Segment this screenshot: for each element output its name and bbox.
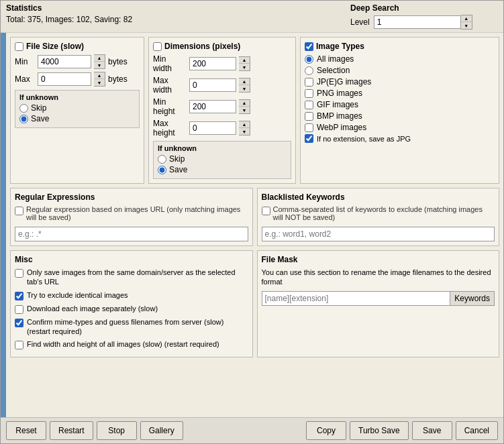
regex-panel: Regular Expressions Regular expression b… (10, 188, 253, 246)
blacklist-checkbox[interactable] (262, 207, 270, 215)
webp-checkbox[interactable] (305, 123, 313, 132)
filemask-input[interactable] (262, 291, 451, 306)
dim-max-width-spinner: ▲ ▼ (239, 78, 250, 93)
copy-button[interactable]: Copy (306, 421, 346, 440)
blacklist-input[interactable] (262, 227, 495, 241)
keywords-button[interactable]: Keywords (450, 291, 495, 306)
deep-search-title: Deep Search (350, 3, 399, 13)
dim-max-height-label: Max height (153, 119, 187, 137)
all-images-label: All images (317, 54, 354, 64)
dim-min-width-label: Min width (153, 54, 187, 73)
gallery-button[interactable]: Gallery (140, 421, 183, 440)
all-images-row: All images (305, 54, 495, 64)
misc-option1-label: Only save images from the same domain/se… (27, 268, 248, 287)
deep-search-input[interactable] (374, 15, 461, 29)
misc-option3-row: Download each image separately (slow) (15, 304, 248, 314)
file-size-min-input[interactable] (38, 55, 91, 68)
misc-option3-checkbox[interactable] (15, 305, 23, 314)
blacklist-panel: Blacklisted Keywords Comma-separated lis… (257, 188, 500, 246)
dim-min-width-down[interactable]: ▼ (239, 64, 250, 70)
bmp-checkbox[interactable] (305, 112, 313, 121)
gif-checkbox[interactable] (305, 101, 313, 109)
gif-label: GIF images (317, 100, 358, 109)
dim-max-width-row: Max width ▲ ▼ (153, 76, 291, 95)
deep-search-input-group: ▲ ▼ (374, 15, 472, 30)
png-checkbox[interactable] (305, 89, 313, 98)
regex-input[interactable] (15, 227, 248, 241)
no-extension-checkbox[interactable] (305, 134, 313, 143)
regex-checkbox[interactable] (15, 207, 23, 215)
bottom-toolbar: Reset Restart Stop Gallery Copy Turbo Sa… (1, 417, 503, 443)
dimensions-checkbox[interactable] (153, 42, 162, 51)
misc-option5-checkbox[interactable] (15, 341, 23, 349)
file-size-min-up[interactable]: ▲ (94, 55, 105, 62)
main-container: Statistics Total: 375, Images: 102, Savi… (0, 0, 504, 444)
dim-min-width-up[interactable]: ▲ (239, 57, 250, 64)
misc-option1-checkbox[interactable] (15, 269, 23, 278)
middle-content: File Size (slow) Min ▲ ▼ bytes Max (1, 33, 503, 417)
statistics-title: Statistics (6, 3, 350, 13)
file-size-min-down[interactable]: ▼ (94, 62, 105, 68)
dim-max-height-up[interactable]: ▲ (239, 121, 250, 128)
misc-panel: Misc Only save images from the same doma… (10, 250, 253, 357)
dimensions-title: Dimensions (pixels) (153, 42, 291, 51)
jpeg-label: JP(E)G images (317, 77, 371, 87)
dim-max-height-down[interactable]: ▼ (239, 128, 250, 135)
file-size-max-down[interactable]: ▼ (94, 79, 105, 86)
stop-button[interactable]: Stop (97, 421, 137, 440)
cancel-button[interactable]: Cancel (456, 421, 498, 440)
misc-option4-checkbox[interactable] (15, 319, 23, 327)
gif-row: GIF images (305, 100, 495, 109)
misc-option5-row: Find width and height of all images (slo… (15, 339, 248, 349)
misc-option2-checkbox[interactable] (15, 292, 23, 300)
dim-min-height-up[interactable]: ▲ (239, 100, 250, 107)
dim-save-row: Save (158, 165, 287, 174)
blacklist-title: Blacklisted Keywords (262, 192, 495, 202)
all-images-radio[interactable] (305, 55, 313, 64)
save-button[interactable]: Save (412, 421, 452, 440)
blacklist-desc: Comma-separated list of keywords to excl… (273, 205, 495, 221)
dim-min-width-input[interactable] (189, 57, 236, 70)
dim-if-unknown-title: If unknown (158, 144, 287, 152)
bmp-label: BMP images (317, 111, 362, 121)
misc-option2-row: Try to exclude identical images (15, 290, 248, 300)
dim-max-width-up[interactable]: ▲ (239, 78, 250, 85)
top-bar: Statistics Total: 375, Images: 102, Savi… (1, 1, 503, 33)
dim-max-width-down[interactable]: ▼ (239, 85, 250, 92)
dim-min-height-down[interactable]: ▼ (239, 107, 250, 113)
no-extension-label: If no extension, save as JPG (317, 135, 411, 143)
file-size-min-unit: bytes (108, 57, 128, 66)
file-size-save-radio[interactable] (19, 115, 28, 123)
file-size-checkbox[interactable] (15, 42, 23, 51)
file-size-max-up[interactable]: ▲ (94, 72, 105, 79)
dim-max-height-input[interactable] (189, 121, 236, 135)
no-extension-row: If no extension, save as JPG (305, 134, 495, 143)
bmp-row: BMP images (305, 111, 495, 121)
dim-save-radio[interactable] (158, 166, 166, 174)
dim-max-height-row: Max height ▲ ▼ (153, 119, 291, 137)
png-label: PNG images (317, 89, 362, 98)
reset-button[interactable]: Reset (6, 421, 46, 440)
dim-max-width-input[interactable] (189, 78, 236, 92)
file-size-max-spinner: ▲ ▼ (94, 72, 105, 87)
selection-label: Selection (317, 66, 350, 75)
dim-max-width-label: Max width (153, 76, 187, 95)
deep-search-down[interactable]: ▼ (461, 22, 472, 29)
jpeg-checkbox[interactable] (305, 78, 313, 87)
image-types-checkbox[interactable] (305, 42, 313, 51)
selection-radio[interactable] (305, 66, 313, 75)
restart-button[interactable]: Restart (50, 421, 93, 440)
dim-skip-row: Skip (158, 154, 287, 164)
dim-min-height-input[interactable] (189, 100, 236, 113)
filemask-desc: You can use this section to rename the i… (262, 268, 495, 287)
deep-search-up[interactable]: ▲ (461, 15, 472, 22)
file-size-skip-radio[interactable] (19, 104, 28, 113)
turbo-save-button[interactable]: Turbo Save (350, 421, 409, 440)
deep-search-label: Level (350, 17, 370, 27)
left-strip (1, 33, 6, 417)
file-size-min-spinner: ▲ ▼ (94, 54, 105, 69)
dim-skip-radio[interactable] (158, 155, 166, 164)
webp-row: WebP images (305, 123, 495, 132)
file-size-max-input[interactable] (38, 72, 91, 86)
deep-search-section: Deep Search Level ▲ ▼ (350, 3, 498, 30)
